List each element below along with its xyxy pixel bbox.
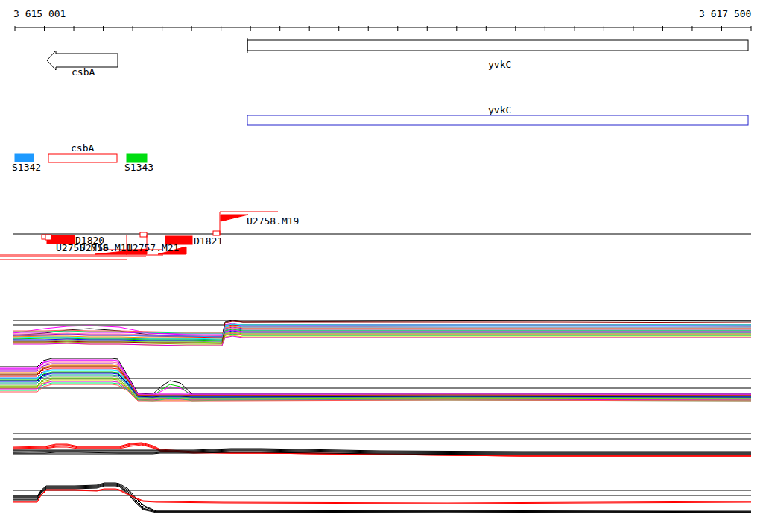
- label-u2757-m21[interactable]: U2757.M21: [127, 244, 179, 252]
- panel-4-profile-line-2: [13, 484, 751, 512]
- label-u2758-m19[interactable]: U2758.M19: [247, 217, 299, 225]
- transcript-box-yvkc[interactable]: [247, 115, 748, 125]
- segment-box-csba[interactable]: [48, 154, 117, 162]
- gene-box-yvkc[interactable]: [247, 40, 748, 51]
- segment-box-s1342[interactable]: [15, 154, 34, 162]
- ruler-start-coordinate: 3 615 001: [13, 10, 66, 18]
- panel-2-profile-line-3: [0, 372, 751, 396]
- upshift-wedge[interactable]: [221, 215, 248, 221]
- ruler-end-coordinate: 3 617 500: [699, 10, 751, 18]
- panel-4-profile-line-3: [13, 484, 751, 512]
- transcript-label-yvkc[interactable]: yvkC: [488, 106, 511, 114]
- gene-label-csba[interactable]: csbA: [72, 68, 95, 76]
- segment-label-s1343[interactable]: S1343: [124, 163, 153, 171]
- feature-anchor-square[interactable]: [45, 235, 51, 240]
- panel-4-profile-line-4: [13, 485, 751, 513]
- panel-2-profile-line-7: [0, 373, 751, 397]
- gene-label-yvkc[interactable]: yvkC: [488, 60, 511, 69]
- segment-label-s1342[interactable]: S1342: [12, 163, 41, 171]
- feature-anchor-square[interactable]: [42, 235, 45, 239]
- label-u2756-m11[interactable]: U2756.M11: [80, 244, 132, 252]
- segment-label-csba[interactable]: csbA: [71, 144, 94, 152]
- label-d1821[interactable]: D1821: [194, 237, 223, 245]
- genome-browser-view: 3 615 001 3 617 500 yvkC yvkC csbA csbA …: [0, 0, 763, 532]
- panel-4-profile-line-1: [13, 483, 751, 511]
- feature-anchor-square[interactable]: [140, 232, 147, 237]
- genome-browser-canvas: [0, 0, 763, 532]
